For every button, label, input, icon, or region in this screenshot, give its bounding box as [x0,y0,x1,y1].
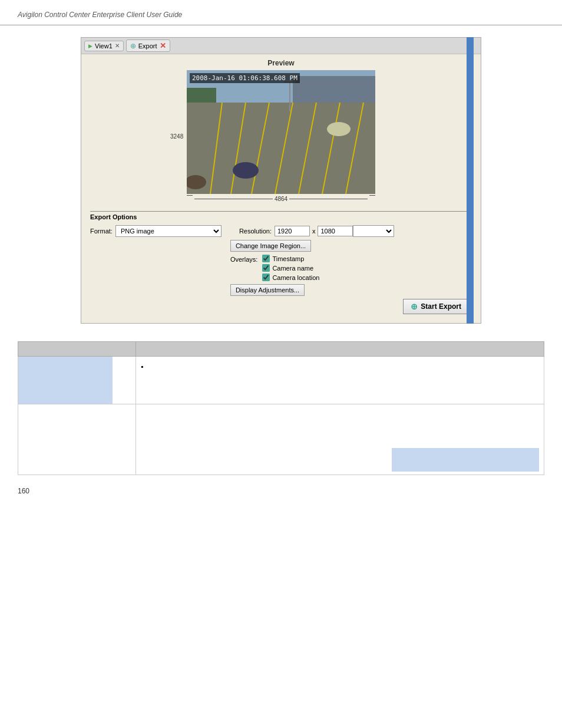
change-image-region-button[interactable]: Change Image Region... [230,240,311,252]
start-export-row: ⊕ Start Export [90,296,472,317]
col1-header [18,342,136,357]
camera-name-checkbox-item: Camera name [262,264,319,272]
app-window-container: ▶ View1 ✕ ⊕ Export ✕ Preview 3248 [18,37,544,324]
dimension-bottom-value: 4864 [275,196,287,202]
start-export-label: Start Export [421,302,461,311]
svg-point-11 [327,122,351,136]
res-x-separator: x [312,228,316,235]
export-tab[interactable]: ⊕ Export ✕ [126,39,170,52]
resolution-dropdown[interactable] [353,225,394,237]
page-header: Avigilon Control Center Enterprise Clien… [0,0,562,25]
overlays-row: Overlays: Timestamp Camera name [230,255,395,281]
camera-name-checkbox[interactable] [262,264,270,272]
export-options-label: Export Options [90,211,472,220]
document-title: Avigilon Control Center Enterprise Clien… [18,11,182,19]
start-export-button[interactable]: ⊕ Start Export [403,299,469,314]
format-select[interactable]: PNG image [115,225,222,237]
left-options: Format: PNG image [90,225,222,241]
page-footer: 160 [0,475,562,507]
svg-point-12 [233,162,259,179]
timestamp-checkbox[interactable] [262,255,270,262]
view1-tab-label: View1 [95,42,113,50]
content-table [18,341,544,475]
parking-scene [187,70,375,194]
timestamp-label: Timestamp [272,255,304,262]
display-adjustments-button[interactable]: Display Adjustments... [230,284,305,296]
view1-tab[interactable]: ▶ View1 ✕ [84,41,124,51]
row1-blue-highlight [18,357,113,404]
format-row: Format: PNG image [90,225,222,237]
main-content: ▶ View1 ✕ ⊕ Export ✕ Preview 3248 [0,37,562,475]
dimension-bottom: 4864 [187,195,375,202]
camera-preview: 2008-Jan-16 01:06:38.608 PM [187,70,375,194]
format-label: Format: [90,228,113,235]
row2-col1 [18,404,136,475]
resolution-label: Resolution: [239,228,272,235]
svg-rect-3 [187,103,375,194]
parking-svg [187,70,375,194]
resolution-row: Resolution: x [230,225,395,237]
row1-col2 [136,357,544,404]
page-number: 160 [18,487,29,495]
overlays-checkboxes: Timestamp Camera name Camera location [262,255,319,281]
row2-highlight-container [141,445,539,472]
col2-header [136,342,544,357]
export-icon: ⊕ [130,42,136,50]
table-section [18,341,544,475]
view1-tab-close[interactable]: ✕ [115,42,120,49]
preview-area: 3248 [187,70,375,202]
overlays-label: Overlays: [230,256,257,263]
start-export-icon: ⊕ [411,302,418,311]
options-main-row: Format: PNG image Resolution: x [90,225,472,296]
preview-container: 3248 [90,70,472,202]
resolution-width-input[interactable] [275,226,310,236]
table-body [18,357,544,475]
row1-bullet [141,360,539,374]
export-tab-close[interactable]: ✕ [160,41,166,50]
table-header [18,342,544,357]
camera-location-label: Camera location [272,274,319,281]
preview-label: Preview [90,59,472,67]
export-options-section: Export Options Format: PNG image [81,208,481,323]
timestamp-checkbox-item: Timestamp [262,255,319,262]
camera-location-checkbox[interactable] [262,274,270,281]
resolution-height-input[interactable] [318,226,353,236]
row2-col2 [136,404,544,475]
table-row [18,404,544,475]
table-row [18,357,544,404]
camera-name-label: Camera name [272,265,313,272]
play-icon: ▶ [88,43,92,49]
camera-timestamp: 2008-Jan-16 01:06:38.608 PM [190,73,300,83]
svg-rect-1 [293,76,375,103]
export-tab-label: Export [138,42,157,50]
row2-blue-highlight [392,448,539,472]
app-window: ▶ View1 ✕ ⊕ Export ✕ Preview 3248 [81,37,481,324]
blue-sidebar-bar [467,37,474,324]
dimension-left: 3248 [170,133,183,140]
preview-section: Preview 3248 [81,54,481,208]
row1-col1 [18,357,136,404]
tab-bar: ▶ View1 ✕ ⊕ Export ✕ [81,38,481,54]
change-region-row: Change Image Region... [230,240,395,252]
right-options: Resolution: x Change Image Region... [230,225,395,296]
camera-location-checkbox-item: Camera location [262,274,319,281]
